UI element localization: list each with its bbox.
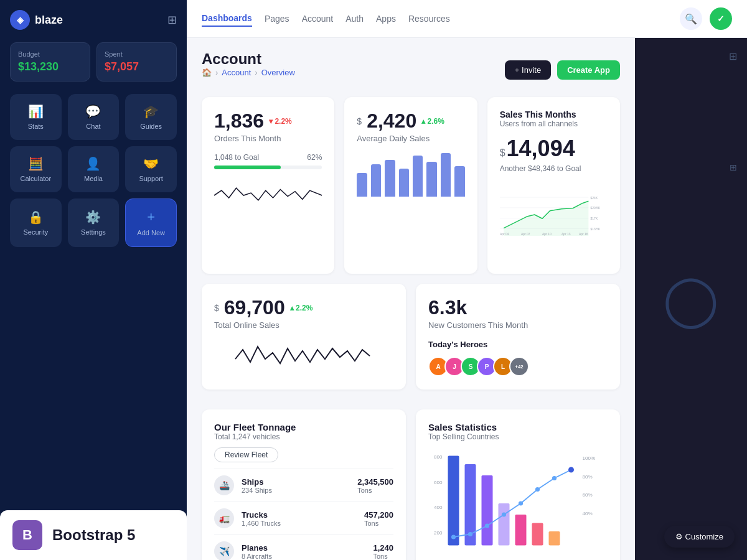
fleet-row-ships: 🚢 Ships 234 Ships 2,345,500 Tons (214, 469, 393, 502)
svg-point-31 (568, 467, 574, 473)
support-icon: 🤝 (143, 156, 159, 171)
bottom-grid: Our Fleet Tonnage Total 1,247 vehicles R… (202, 399, 620, 560)
planes-value: 1,240 (373, 543, 393, 553)
svg-text:Apr 07: Apr 07 (521, 233, 530, 236)
ships-icon: 🚢 (214, 475, 234, 495)
bar-4 (399, 169, 409, 197)
trucks-icon: 🚛 (214, 508, 234, 528)
sidebar-item-add-new[interactable]: + Add New (125, 198, 177, 247)
settings-icon: ⚙️ (85, 210, 101, 225)
content-wrapper: Account 🏠 › Account › Overview + Invite … (187, 38, 747, 560)
tab-resources[interactable]: Resources (408, 11, 450, 26)
svg-text:$20.5K: $20.5K (590, 207, 600, 210)
sidebar-item-security[interactable]: 🔒 Security (10, 198, 62, 247)
breadcrumb: 🏠 › Account › Overview (202, 68, 295, 77)
orders-progress: 1,048 to Goal 62% (214, 153, 322, 169)
daily-sales-card: $ 2,420 ▴ 2.6% Average Daily Sales (344, 97, 477, 274)
bar-2 (371, 164, 381, 197)
line-chart-svg: $24K $20.5K $17K $13.5K Apr 04 Apr 07 Ap… (500, 180, 608, 249)
svg-point-24 (451, 534, 456, 539)
sidebar-item-calculator[interactable]: 🧮 Calculator (10, 146, 62, 192)
sidebar-item-settings[interactable]: ⚙️ Settings (68, 198, 120, 247)
trucks-name: Trucks (242, 510, 281, 520)
fleet-title: Our Fleet Tonnage (214, 422, 393, 432)
sidebar-item-media[interactable]: 👤 Media (68, 146, 120, 192)
svg-rect-21 (515, 515, 527, 546)
svg-text:800: 800 (434, 454, 443, 460)
logo-area: ◈ blaze (10, 10, 63, 30)
invite-button[interactable]: + Invite (505, 60, 551, 80)
new-customers-value: 6.3k (428, 296, 467, 319)
bar-7 (441, 153, 451, 197)
planes-count: 8 Aircrafts (242, 553, 272, 560)
online-waveform (214, 337, 393, 375)
svg-text:200: 200 (434, 530, 443, 536)
bar-5 (413, 156, 423, 197)
page-title-area: Account 🏠 › Account › Overview (202, 50, 295, 90)
svg-text:40%: 40% (583, 511, 593, 516)
sales-month-card: Sales This Months Users from all channel… (487, 97, 620, 274)
svg-text:400: 400 (434, 505, 443, 510)
calculator-icon: 🧮 (28, 156, 44, 171)
tab-auth[interactable]: Auth (345, 11, 364, 26)
sidebar-item-guides[interactable]: 🎓 Guides (125, 94, 177, 140)
svg-point-30 (552, 476, 557, 480)
calculator-label: Calculator (21, 175, 52, 182)
orders-label: Orders This Month (214, 134, 322, 143)
svg-point-28 (519, 501, 523, 505)
stats-grid-2: $ 69,700 ▴ 2.2% Total Online Sales 6.3k (202, 284, 620, 390)
search-button[interactable]: 🔍 (680, 7, 702, 30)
tab-dashboards[interactable]: Dashboards (202, 11, 252, 27)
media-label: Media (84, 175, 103, 182)
fleet-row-trucks: 🚛 Trucks 1,460 Trucks 457,200 Tons (214, 502, 393, 534)
panel-icon-top[interactable]: ⊞ (729, 50, 737, 62)
bootstrap-badge: B Bootstrap 5 (0, 510, 187, 560)
sidebar-menu-icon[interactable]: ⊞ (167, 13, 177, 27)
budget-label: Budget (18, 50, 82, 58)
heroes-section: Today's Heroes A J S P L +42 (428, 340, 608, 376)
svg-rect-19 (482, 475, 493, 546)
logo-icon: ◈ (10, 10, 30, 30)
hero-avatar-more: +42 (509, 357, 529, 376)
sales-month-title: Sales This Months (500, 110, 608, 119)
add-new-icon: + (147, 209, 155, 225)
sales-statistics-card: Sales Statistics Top Selling Countries 8… (416, 409, 620, 560)
spent-card: Spent $7,057 (96, 42, 177, 82)
tab-pages[interactable]: Pages (265, 11, 289, 26)
online-prefix: $ (214, 303, 219, 313)
svg-point-26 (485, 523, 489, 528)
user-avatar[interactable]: ✓ (710, 7, 732, 30)
tab-account[interactable]: Account (302, 11, 334, 26)
review-fleet-button[interactable]: Review Fleet (214, 447, 278, 462)
bar-1 (357, 173, 367, 197)
svg-text:600: 600 (434, 480, 443, 485)
orders-badge: ▾ 2.2% (269, 117, 292, 126)
svg-text:Apr 13: Apr 13 (561, 233, 571, 236)
chat-label: Chat (86, 123, 100, 130)
breadcrumb-account: Account (222, 68, 251, 77)
sidebar-item-chat[interactable]: 💬 Chat (68, 94, 120, 140)
create-app-button[interactable]: Create App (557, 60, 620, 80)
sidebar-item-stats[interactable]: 📊 Stats (10, 94, 62, 140)
breadcrumb-home: 🏠 (202, 68, 212, 77)
nav-tabs: Dashboards Pages Account Auth Apps Resou… (202, 11, 450, 27)
sales-stats-sub: Top Selling Countries (428, 432, 608, 441)
tab-apps[interactable]: Apps (376, 11, 396, 26)
customize-button[interactable]: ⚙ Customize (664, 526, 735, 548)
guides-icon: 🎓 (143, 104, 159, 119)
daily-prefix: $ (357, 116, 362, 126)
sales-stats-chart: 800 600 400 200 (428, 447, 608, 559)
heroes-row: A J S P L +42 (428, 357, 608, 376)
panel-decoration: ◯ (663, 270, 719, 328)
budget-value: $13,230 (18, 60, 82, 73)
bar-6 (426, 162, 436, 197)
spent-value: $7,057 (105, 60, 169, 73)
svg-text:Apr 16: Apr 16 (579, 233, 588, 236)
sidebar-item-support[interactable]: 🤝 Support (125, 146, 177, 192)
bar-chart (357, 153, 464, 197)
new-customers-card: 6.3k New Customers This Month Today's He… (416, 284, 620, 390)
budget-row: Budget $13,230 Spent $7,057 (10, 42, 177, 82)
header-actions: + Invite Create App (505, 60, 620, 80)
svg-text:Apr 04: Apr 04 (500, 233, 509, 236)
panel-icon-mid[interactable]: ⊞ (730, 162, 737, 172)
